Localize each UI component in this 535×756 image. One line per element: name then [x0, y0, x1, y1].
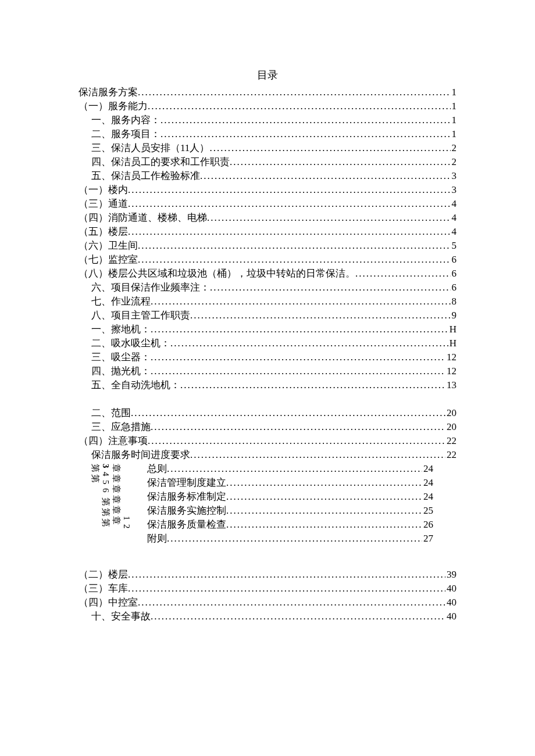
- toc-dots: [151, 611, 445, 621]
- toc-entry: 十、安全事故40: [79, 611, 456, 621]
- toc-entry-label: 四、抛光机：: [91, 366, 151, 376]
- rot-zhang-5: 章: [112, 506, 120, 514]
- toc-dots: [128, 227, 451, 237]
- toc-entry: 保洁服务方案1: [79, 87, 456, 97]
- toc-dots: [138, 241, 451, 250]
- toc-entry: （四）中控室40: [79, 597, 456, 607]
- toc-dots: [180, 380, 445, 390]
- toc-gap-2: [79, 556, 456, 569]
- toc-entry-label: 七、作业流程: [91, 296, 151, 306]
- rot-di-3: 第: [101, 497, 110, 506]
- toc-entry-label: （一）楼内: [79, 185, 128, 195]
- toc-entry-page: 4: [451, 227, 457, 237]
- toc-dots: [210, 282, 451, 292]
- chapter-entry: 保洁服务实施控制25: [147, 506, 433, 515]
- toc-entry-page: 12: [445, 366, 456, 376]
- toc-entry-label: 保洁服务时间进度要求: [91, 450, 190, 460]
- toc-entry: 二、吸水吸尘机：H: [79, 338, 456, 348]
- toc-dots: [151, 366, 445, 376]
- toc-entry-page: 40: [445, 583, 456, 593]
- toc-dots: [167, 464, 422, 474]
- toc-dots: [138, 597, 445, 607]
- toc-entry-page: 12: [445, 352, 456, 362]
- toc-entry: （三）通道4: [79, 199, 456, 209]
- toc-dots: [131, 408, 445, 418]
- rot-num-6: 6: [101, 488, 110, 493]
- toc-dots: [209, 143, 450, 153]
- chapter-label: 保洁服务质量检查: [147, 519, 226, 529]
- toc-entry-page: 9: [451, 310, 457, 320]
- chapter-page: 26: [422, 519, 433, 529]
- toc-dots: [200, 171, 451, 181]
- toc-entry: 四、保洁员工的要求和工作职责2: [79, 157, 456, 167]
- chapter-label: 保洁服务实施控制: [147, 506, 226, 515]
- rot-num2-2: 2: [122, 524, 131, 529]
- toc-entry-label: （六）卫生间: [79, 241, 138, 250]
- toc-entry-page: 6: [451, 255, 457, 264]
- toc-entry: 三、保洁人员安排（11人）2: [79, 143, 456, 153]
- toc-entry: 四、抛光机：12: [79, 366, 456, 376]
- toc-entry-label: （一）服务能力: [79, 101, 148, 111]
- toc-dots: [138, 87, 451, 97]
- rot-di-2: 第: [91, 474, 99, 483]
- toc-entry-label: 保洁服务方案: [79, 87, 138, 97]
- chapter-entry: 保洁服务质量检查26: [147, 519, 433, 529]
- toc-dots: [148, 101, 451, 111]
- toc-entry: 三、应急措施20: [79, 422, 456, 432]
- toc-dots: [226, 492, 422, 501]
- toc-entry-page: 6: [451, 268, 457, 278]
- toc-dots: [128, 569, 445, 579]
- toc-entry-page: 1: [451, 115, 457, 125]
- toc-entry-page: H: [448, 324, 456, 334]
- toc-dots: [128, 185, 451, 195]
- toc-entry-label: （五）楼层: [79, 227, 128, 237]
- toc-entry-label: 八、项目主管工作职责: [91, 310, 190, 320]
- toc-entry-label: （二）楼层: [79, 569, 128, 579]
- toc-entry: （六）卫生间5: [79, 241, 456, 250]
- toc-entry-label: 二、范围: [91, 408, 131, 418]
- toc-entry: 八、项目主管工作职责9: [79, 310, 456, 320]
- toc-dots: [190, 310, 451, 320]
- toc-dots: [151, 422, 445, 432]
- toc-dots: [148, 436, 445, 446]
- rot-num-5: 5: [101, 480, 110, 485]
- toc-entry-page: 6: [451, 282, 457, 292]
- toc-entry-label: 五、全自动洗地机：: [91, 380, 180, 390]
- toc-entry: 六、项目保洁作业频率注：6: [79, 282, 456, 292]
- chapter-page: 24: [422, 464, 433, 474]
- toc-entry-label: 十、安全事故: [91, 611, 151, 621]
- toc-entry-page: 40: [445, 611, 456, 621]
- toc-dots: [226, 519, 422, 529]
- toc-title: 目录: [79, 70, 456, 80]
- rot-zhang-2: 章: [112, 474, 120, 483]
- toc-section-main: 保洁服务方案1（一）服务能力1一、服务内容：1二、服务项目：1三、保洁人员安排（…: [79, 87, 456, 390]
- toc-entry-page: 8: [451, 296, 457, 306]
- toc-dots: [226, 506, 422, 515]
- toc-entry: 五、保洁员工作检验标准3: [79, 171, 456, 181]
- toc-entry-page: H: [448, 338, 456, 348]
- toc-dots: [151, 296, 451, 306]
- toc-entry-page: 1: [451, 101, 457, 111]
- toc-entry: 三、吸尘器：12: [79, 352, 456, 362]
- chapter-entry: 总则24: [147, 464, 433, 474]
- toc-gap: [79, 394, 456, 408]
- toc-entry-label: （四）注意事项: [79, 436, 148, 446]
- toc-entry: 二、服务项目：1: [79, 129, 456, 139]
- toc-entry: 二、范围20: [79, 408, 456, 418]
- rot-di-5: 第: [101, 518, 110, 527]
- toc-entry: （七）监控室6: [79, 255, 456, 264]
- toc-dots: [160, 115, 451, 125]
- toc-entry-label: （三）车库: [79, 583, 128, 593]
- rot-zhang-4: 章: [112, 495, 120, 504]
- toc-dots: [128, 583, 445, 593]
- rot-zhang-1: 章: [112, 464, 120, 472]
- toc-dots: [151, 324, 448, 334]
- toc-entry-label: 六、项目保洁作业频率注：: [91, 282, 210, 292]
- chapter-page: 24: [422, 478, 433, 488]
- toc-entry: （五）楼层4: [79, 227, 456, 237]
- toc-entry-label: 五、保洁员工作检验标准: [91, 171, 200, 181]
- toc-entry-page: 5: [451, 241, 457, 250]
- toc-entry-label: 三、应急措施: [91, 422, 151, 432]
- toc-entry-label: 三、保洁人员安排（11人）: [91, 143, 209, 153]
- toc-entry-page: 20: [445, 422, 456, 432]
